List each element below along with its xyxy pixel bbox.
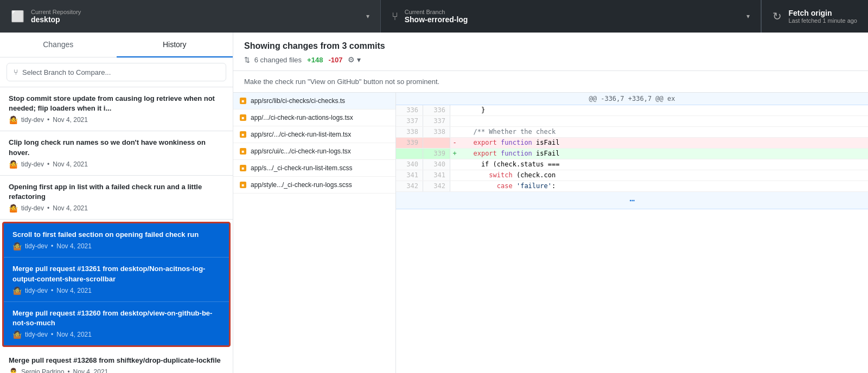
branch-compare-input[interactable]: ⑂ Select Branch to Compare...: [7, 63, 226, 81]
line-code: case 'failure':: [459, 181, 868, 191]
file-list-panel: ■ app/src/lib/ci-checks/ci-checks.ts ■ a…: [233, 93, 396, 373]
branch-section[interactable]: ⑂ Current Branch Show-errored-log ▾: [381, 0, 762, 33]
diff-expand-button[interactable]: ⋯: [396, 192, 868, 209]
file-modified-dot: ■: [240, 131, 246, 138]
selected-commit-group: Scroll to first failed section on openin…: [2, 222, 231, 347]
commit-message: Stop commit store update from causing lo…: [9, 94, 224, 113]
repo-chevron-icon: ▾: [366, 12, 369, 20]
commit-date: Nov 4, 2021: [53, 160, 88, 168]
file-list-item[interactable]: ■ app/s.../_ci-check-run-list-item.scss: [233, 160, 395, 177]
branch-compare-placeholder: Select Branch to Compare...: [22, 68, 111, 76]
commit-avatar: 🤷: [9, 160, 18, 169]
branch-chevron-icon: ▾: [746, 12, 750, 20]
file-modified-dot: ■: [240, 114, 246, 121]
line-num-right: 337: [423, 116, 450, 126]
branch-text: Current Branch Show-errored-log: [405, 9, 741, 24]
line-num-left: 339: [396, 138, 423, 148]
commit-message: Clip long check run names so we don't ha…: [9, 138, 224, 157]
file-list-item[interactable]: ■ app/style.../_ci-check-run-logs.scss: [233, 177, 395, 194]
diff-hunk-header: @@ -336,7 +336,7 @@ ex: [396, 93, 868, 105]
commit-message: Scroll to first failed section on openin…: [12, 230, 220, 240]
commit-item[interactable]: Opening first app in list with a failed …: [0, 176, 233, 220]
commit-author: tidy-dev: [21, 204, 44, 212]
diff-line: 342 342 case 'failure':: [396, 181, 868, 192]
commit-author: tidy-dev: [25, 331, 48, 338]
diff-line: 340 340 if (check.status ===: [396, 159, 868, 170]
diff-line-removed: 339 - export function isFail: [396, 138, 868, 149]
commit-item-selected[interactable]: Scroll to first failed section on openin…: [4, 223, 229, 258]
commit-item-selected[interactable]: Merge pull request #13261 from desktop/N…: [4, 258, 229, 301]
commit-separator: •: [47, 116, 49, 124]
diff-hunk-info: @@ -336,7 +336,7 @@ ex: [589, 95, 675, 102]
settings-icon[interactable]: ⚙ ▾: [348, 55, 361, 64]
commit-date: Nov 4, 2021: [56, 287, 92, 294]
commit-author: tidy-dev: [21, 116, 44, 124]
line-prefix: -: [450, 138, 459, 148]
file-list-item[interactable]: ■ app/src/.../ci-check-run-list-item.tsx: [233, 126, 395, 143]
file-modified-dot: ■: [240, 98, 246, 104]
line-code: export function isFail: [459, 138, 868, 148]
file-name: app/src/.../ci-check-run-list-item.tsx: [251, 131, 351, 138]
branch-label: Current Branch: [405, 9, 741, 15]
commit-message: Opening first app in list with a failed …: [9, 182, 224, 202]
fetch-subtitle: Last fetched 1 minute ago: [788, 17, 857, 24]
file-name: app/s.../_ci-check-run-list-item.scss: [251, 164, 352, 172]
code-diff: @@ -336,7 +336,7 @@ ex 336 336 } 337 337…: [396, 93, 868, 373]
line-num-left: 336: [396, 105, 423, 115]
commit-separator: •: [47, 160, 49, 168]
expand-icon: ⋯: [629, 195, 635, 205]
line-num-right: 341: [423, 170, 450, 181]
fetch-origin-button[interactable]: ↻ Fetch origin Last fetched 1 minute ago: [761, 0, 868, 33]
commit-message: Merge pull request #13261 from desktop/N…: [12, 264, 220, 284]
commit-item[interactable]: Merge pull request #13268 from shiftkey/…: [0, 349, 233, 373]
commit-date: Nov 4, 2021: [53, 116, 88, 124]
diff-area: ■ app/src/lib/ci-checks/ci-checks.ts ■ a…: [233, 93, 868, 373]
line-num-left: 341: [396, 170, 423, 181]
diff-line: 338 338 /** Whether the check: [396, 127, 868, 138]
commit-meta: 🤷 tidy-dev • Nov 4, 2021: [9, 204, 224, 213]
right-panel: Showing changes from 3 commits ⇅ 6 chang…: [233, 33, 868, 373]
fetch-text: Fetch origin Last fetched 1 minute ago: [788, 9, 857, 24]
commit-meta: 🤷 tidy-dev • Nov 4, 2021: [9, 160, 224, 169]
branch-name: Show-errored-log: [405, 15, 741, 24]
file-list-item[interactable]: ■ app/src/ui/c.../ci-check-run-logs.tsx: [233, 143, 395, 160]
left-panel: Changes History ⑂ Select Branch to Compa…: [0, 33, 233, 373]
line-code: }: [459, 105, 868, 115]
file-list-item[interactable]: ■ app/src/lib/ci-checks/ci-checks.ts: [233, 93, 395, 110]
line-prefix: [450, 116, 459, 126]
file-list-item[interactable]: ■ app/.../ci-check-run-actions-logs.tsx: [233, 110, 395, 126]
deletions-count: -107: [328, 56, 342, 64]
file-name: app/style.../_ci-check-run-logs.scss: [251, 181, 352, 189]
commit-separator: •: [51, 242, 53, 250]
diff-line-added: 339 + export function isFail: [396, 149, 868, 159]
file-stats: ⇅ 6 changed files +148 -107 ⚙ ▾: [244, 55, 857, 64]
commit-author: tidy-dev: [25, 242, 48, 250]
commit-avatar: 🤷: [9, 115, 18, 124]
line-num-right: 338: [423, 127, 450, 137]
commit-item[interactable]: Clip long check run names so we don't ha…: [0, 131, 233, 175]
commit-list: Stop commit store update from causing lo…: [0, 87, 233, 373]
line-num-right: 339: [423, 149, 450, 159]
fetch-icon: ↻: [773, 10, 782, 23]
line-num-right: 336: [423, 105, 450, 115]
main-layout: Changes History ⑂ Select Branch to Compa…: [0, 33, 868, 373]
commit-date: Nov 4, 2021: [53, 204, 88, 212]
branch-compare-container: ⑂ Select Branch to Compare...: [0, 57, 233, 87]
commit-item-selected[interactable]: Merge pull request #13260 from desktop/v…: [4, 302, 229, 345]
commit-meta: 🤷 tidy-dev • Nov 4, 2021: [12, 330, 220, 339]
commit-description: Make the check run "View on GitHub" butt…: [233, 71, 868, 93]
tab-changes[interactable]: Changes: [0, 33, 117, 57]
line-code: [459, 116, 868, 126]
repo-text: Current Repository desktop: [31, 9, 360, 24]
line-num-right: 342: [423, 181, 450, 191]
line-num-left: 338: [396, 127, 423, 137]
commit-item[interactable]: Stop commit store update from causing lo…: [0, 87, 233, 131]
repo-section[interactable]: ⬜ Current Repository desktop ▾: [0, 0, 381, 33]
file-name: app/src/lib/ci-checks/ci-checks.ts: [251, 97, 345, 105]
line-prefix: [450, 127, 459, 137]
tabs: Changes History: [0, 33, 233, 57]
line-num-right: 340: [423, 159, 450, 170]
file-modified-dot: ■: [240, 182, 246, 188]
tab-history[interactable]: History: [117, 33, 233, 57]
top-bar: ⬜ Current Repository desktop ▾ ⑂ Current…: [0, 0, 868, 33]
